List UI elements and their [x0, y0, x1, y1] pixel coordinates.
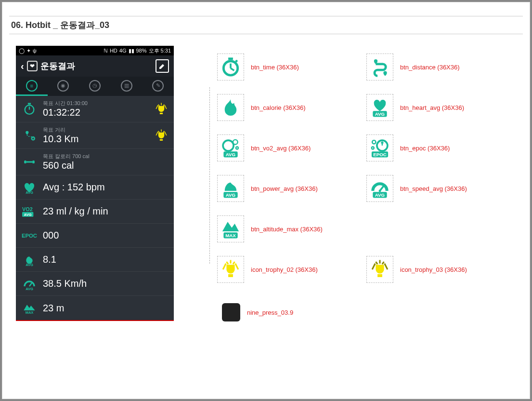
row-time: 목표 시간 01:30:00 01:32:22	[16, 96, 174, 122]
svg-rect-5	[24, 160, 26, 163]
status-bar: ◯ ✦ ψ ℕ HD 4G ▮▮ 98% 오후 5:31	[16, 46, 174, 55]
row-vo2: VO2AVG 23 ml / kg / min	[16, 200, 174, 224]
svg-text:AVG: AVG	[375, 192, 385, 198]
asset-btn-epoc: EPOC btn_epoc (36X36)	[366, 134, 516, 161]
row-value: 10.3 Km	[43, 134, 149, 145]
status-icon: ℕ	[104, 48, 108, 54]
power-avg-icon: AVG	[22, 252, 37, 267]
asset-label: btn_distance (36X36)	[400, 64, 460, 71]
status-net: 4G	[119, 48, 127, 53]
row-power: AVG 8.1	[16, 248, 174, 272]
asset-label: btn_power_avg (36X36)	[251, 185, 318, 192]
asset-btn-heart-avg: AVG btn_heart_avg (36X36)	[366, 94, 516, 121]
asset-label: btn_altitude_max (36X36)	[251, 226, 323, 233]
asset-btn-distance: btn_distance (36X36)	[366, 53, 516, 80]
svg-point-21	[223, 140, 234, 151]
asset-btn-calorie: btn_calorie (36X36)	[217, 94, 366, 121]
asset-label: btn_heart_avg (36X36)	[400, 104, 464, 111]
row-value: 560 cal	[43, 160, 168, 171]
svg-rect-38	[228, 274, 233, 277]
asset-label: icon_trophy_02 (36X36)	[251, 266, 318, 273]
altitude-max-icon: MAX	[217, 215, 244, 242]
row-heart-avg: AVG Avg : 152 bpm	[16, 175, 174, 200]
svg-text:AVG: AVG	[375, 111, 385, 117]
row-value: 01:32:22	[43, 107, 149, 118]
svg-rect-4	[160, 139, 163, 141]
epoc-icon: EPOC	[22, 228, 37, 243]
svg-text:MAX: MAX	[225, 233, 236, 238]
svg-text:AVG: AVG	[26, 190, 33, 194]
status-hd: HD	[110, 48, 117, 53]
vo2-icon: VO2AVG	[22, 204, 37, 219]
asset-btn-time: btn_time (36X36)	[217, 53, 366, 80]
asset-label: nine_press_03.9	[247, 309, 293, 316]
app-header: ‹ ❤ 운동결과	[16, 55, 174, 77]
tab-clock[interactable]: ◷	[79, 77, 111, 96]
heart-avg-icon: AVG	[366, 94, 393, 121]
asset-label: btn_time (36X36)	[251, 64, 299, 71]
signal-icon: ▮▮	[129, 48, 134, 54]
row-calorie: 목표 칼로리 700 cal 560 cal	[16, 149, 174, 175]
route-icon	[22, 128, 37, 143]
divider	[209, 87, 210, 264]
asset-label: btn_epoc (36X36)	[400, 145, 450, 152]
row-distance: 목표 거리 10.3 Km	[16, 122, 174, 149]
asset-nine-press: nine_press_03.9	[217, 303, 516, 321]
tab-chart[interactable]: ▥	[111, 77, 143, 96]
edit-button[interactable]	[156, 59, 169, 73]
trophy-icon	[217, 256, 244, 283]
phone-mockup: ◯ ✦ ψ ℕ HD 4G ▮▮ 98% 오후 5:31 ‹	[16, 46, 174, 321]
svg-rect-39	[377, 274, 382, 277]
svg-text:VO2: VO2	[22, 206, 33, 212]
back-icon[interactable]: ‹	[21, 61, 24, 72]
asset-btn-speed-avg: AVG btn_speed_avg (36X36)	[366, 175, 516, 202]
svg-rect-17	[228, 57, 233, 60]
svg-text:EPOC: EPOC	[373, 152, 387, 157]
tab-map[interactable]: ◉	[48, 77, 79, 96]
row-value: Avg : 152 bpm	[43, 182, 105, 193]
svg-point-0	[25, 105, 34, 114]
stopwatch-icon	[217, 53, 244, 80]
svg-point-22	[233, 140, 238, 145]
tab-list[interactable]: ≡	[16, 77, 48, 96]
row-altitude: MAX 23 m	[16, 296, 174, 320]
route-icon	[366, 53, 393, 80]
row-label: 목표 칼로리 700 cal	[43, 153, 168, 160]
row-value: 8.1	[43, 254, 56, 265]
row-label: 목표 거리	[43, 126, 149, 134]
row-speed: AVG 38.5 Km/h	[16, 272, 174, 296]
asset-trophy-03: icon_trophy_03 (36X36)	[366, 256, 516, 283]
row-value: 38.5 Km/h	[43, 278, 87, 289]
page-title: 06. Hotbit _ 운동결과_03	[9, 16, 523, 34]
row-label: 목표 시간 01:30:00	[43, 100, 149, 107]
row-value: 23 m	[43, 303, 64, 314]
svg-point-33	[379, 189, 381, 192]
trophy-icon	[155, 129, 168, 142]
header-title: 운동결과	[40, 60, 75, 72]
row-value: 23 ml / kg / min	[43, 206, 108, 217]
speed-avg-icon: AVG	[22, 276, 37, 292]
row-epoc: EPOC 000	[16, 224, 174, 248]
asset-btn-vo2-avg: AVG btn_vo2_avg (36X36)	[217, 134, 366, 161]
stopwatch-icon	[22, 101, 37, 117]
asset-label: icon_trophy_03 (36X36)	[400, 266, 467, 273]
status-icon: ◯	[19, 48, 25, 54]
flame-icon	[217, 94, 244, 121]
svg-text:MAX: MAX	[26, 311, 34, 315]
svg-rect-2	[160, 113, 163, 114]
svg-text:AVG: AVG	[226, 152, 235, 157]
vo2-avg-icon: AVG	[217, 134, 244, 161]
asset-label: btn_speed_avg (36X36)	[400, 185, 467, 192]
tab-edit[interactable]: ✎	[142, 77, 174, 96]
svg-point-23	[236, 147, 238, 149]
battery-icon: 98%	[136, 48, 147, 53]
pencil-icon	[158, 62, 166, 70]
asset-label: btn_vo2_avg (36X36)	[251, 145, 311, 152]
svg-text:AVG: AVG	[24, 213, 32, 217]
speed-avg-icon: AVG	[366, 175, 393, 202]
svg-rect-1	[28, 103, 31, 105]
svg-text:EPOC: EPOC	[22, 233, 37, 239]
svg-text:AVG: AVG	[226, 192, 235, 198]
svg-point-28	[372, 147, 374, 149]
svg-rect-6	[32, 160, 35, 163]
